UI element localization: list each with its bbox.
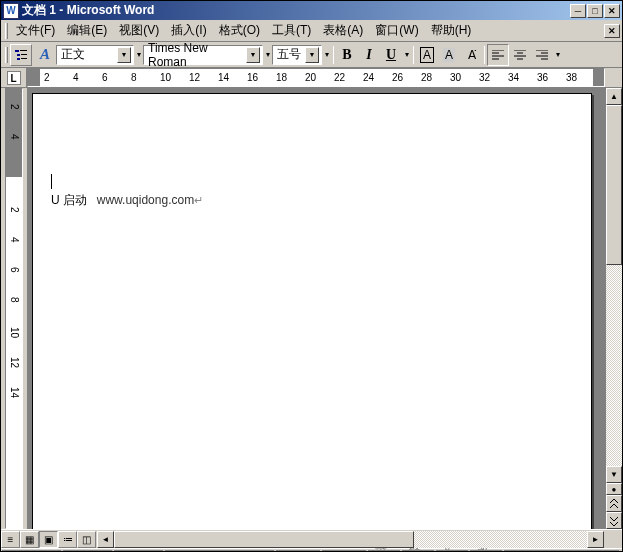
size-combo[interactable]: 五号 ▼ bbox=[272, 45, 322, 65]
style-value: 正文 bbox=[59, 46, 117, 63]
vertical-scrollbar[interactable]: ▲ ▼ ● bbox=[605, 88, 622, 529]
horizontal-ruler[interactable]: 2468101214161820222426283032343638 bbox=[27, 68, 605, 87]
align-left-button[interactable] bbox=[487, 44, 509, 66]
scroll-thumb[interactable] bbox=[606, 105, 622, 265]
paragraph-mark-icon: ↵ bbox=[194, 194, 203, 206]
toolbar-grip[interactable] bbox=[5, 47, 8, 63]
char-border-button[interactable]: A bbox=[416, 44, 438, 66]
web-view-button[interactable]: ▦ bbox=[20, 531, 39, 548]
scroll-left-button[interactable]: ◄ bbox=[97, 531, 114, 548]
normal-view-button[interactable]: ≡ bbox=[1, 531, 20, 548]
outline-view-button[interactable] bbox=[10, 44, 32, 66]
scroll-down-button[interactable]: ▼ bbox=[606, 466, 622, 483]
window-title: 文档 1 - Microsoft Word bbox=[22, 2, 570, 19]
style-combo[interactable]: 正文 ▼ bbox=[56, 45, 134, 65]
tab-type-button[interactable]: L bbox=[7, 71, 21, 85]
menu-file[interactable]: 文件(F) bbox=[10, 20, 61, 41]
menu-window[interactable]: 窗口(W) bbox=[369, 20, 424, 41]
toolbar-more-button[interactable]: ▾ bbox=[553, 44, 562, 66]
menu-help[interactable]: 帮助(H) bbox=[425, 20, 478, 41]
scroll-up-button[interactable]: ▲ bbox=[606, 88, 622, 105]
maximize-button[interactable]: □ bbox=[587, 4, 603, 18]
svg-rect-1 bbox=[20, 50, 27, 51]
italic-button[interactable]: I bbox=[358, 44, 380, 66]
font-a-icon: A bbox=[40, 46, 50, 63]
font-more-button[interactable]: ▾ bbox=[263, 44, 272, 66]
print-view-button[interactable]: ▣ bbox=[39, 531, 58, 548]
menu-view[interactable]: 视图(V) bbox=[113, 20, 165, 41]
style-more-button[interactable]: ▾ bbox=[134, 44, 143, 66]
underline-button[interactable]: U bbox=[380, 44, 402, 66]
chevron-down-icon: ▼ bbox=[305, 47, 319, 63]
svg-rect-4 bbox=[17, 58, 20, 60]
svg-rect-2 bbox=[17, 54, 20, 56]
font-combo[interactable]: Times New Roman ▼ bbox=[143, 45, 263, 65]
bold-button[interactable]: B bbox=[336, 44, 358, 66]
menu-table[interactable]: 表格(A) bbox=[317, 20, 369, 41]
minimize-button[interactable]: ─ bbox=[570, 4, 586, 18]
doc-close-button[interactable]: ✕ bbox=[604, 24, 620, 38]
browse-select-button[interactable]: ● bbox=[606, 483, 622, 495]
font-value: Times New Roman bbox=[146, 41, 246, 69]
chevron-down-icon: ▼ bbox=[246, 47, 260, 63]
align-left-icon bbox=[492, 50, 504, 60]
chevron-down-icon: ▼ bbox=[117, 47, 131, 63]
hscroll-thumb[interactable] bbox=[114, 531, 414, 548]
prev-page-button[interactable] bbox=[606, 495, 622, 512]
vertical-ruler[interactable]: 242468101214 bbox=[5, 88, 23, 529]
outline-icon bbox=[14, 48, 28, 62]
svg-rect-3 bbox=[21, 54, 27, 55]
outline-view-button[interactable]: ≔ bbox=[58, 531, 77, 548]
size-more-button[interactable]: ▾ bbox=[322, 44, 331, 66]
menu-insert[interactable]: 插入(I) bbox=[165, 20, 212, 41]
document-text[interactable]: U 启动 www.uqidong.com↵ bbox=[51, 192, 573, 209]
svg-rect-0 bbox=[15, 50, 19, 52]
align-center-button[interactable] bbox=[509, 44, 531, 66]
char-scale-button[interactable]: A͘ bbox=[460, 44, 482, 66]
close-button[interactable]: ✕ bbox=[604, 4, 620, 18]
align-right-button[interactable] bbox=[531, 44, 553, 66]
underline-more-button[interactable]: ▾ bbox=[402, 44, 411, 66]
size-value: 五号 bbox=[275, 46, 305, 63]
document-page[interactable]: U 启动 www.uqidong.com↵ bbox=[32, 93, 592, 529]
align-center-icon bbox=[514, 50, 526, 60]
menu-tools[interactable]: 工具(T) bbox=[266, 20, 317, 41]
svg-rect-5 bbox=[21, 58, 27, 59]
menubar-grip[interactable] bbox=[5, 23, 8, 39]
reading-view-button[interactable]: ◫ bbox=[77, 531, 96, 548]
align-right-icon bbox=[536, 50, 548, 60]
horizontal-scrollbar[interactable]: ◄ ► bbox=[97, 531, 604, 548]
menu-edit[interactable]: 编辑(E) bbox=[61, 20, 113, 41]
status-bar: 1 页 1 节 1/1 位置 2.5厘米 1 行 20 列 录制 修订 扩展 改… bbox=[1, 548, 622, 552]
char-shading-button[interactable]: A bbox=[438, 44, 460, 66]
next-page-button[interactable] bbox=[606, 512, 622, 529]
menu-format[interactable]: 格式(O) bbox=[213, 20, 266, 41]
font-button[interactable]: A bbox=[34, 44, 56, 66]
word-app-icon: W bbox=[3, 3, 19, 19]
scroll-right-button[interactable]: ► bbox=[587, 531, 604, 548]
